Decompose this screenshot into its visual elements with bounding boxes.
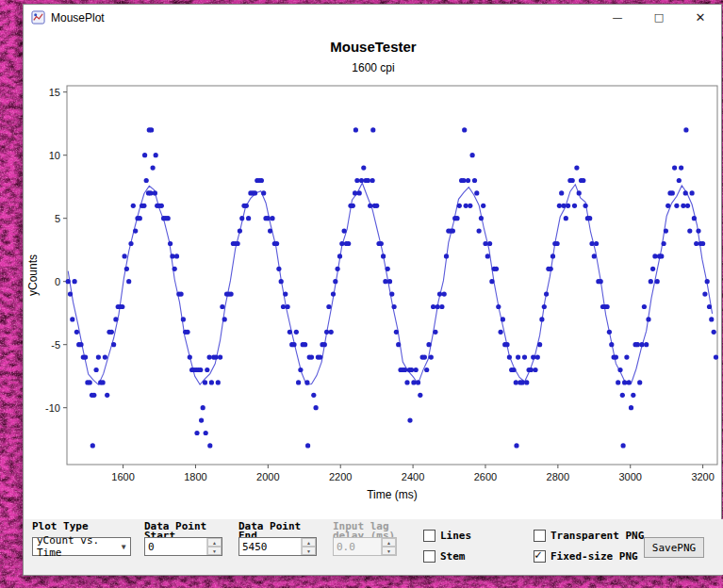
y-tick-label: 5 — [55, 213, 60, 224]
app-window: MousePlot — □ ✕ 160018002000220024002600… — [23, 4, 722, 576]
y-tick-label: 0 — [55, 276, 60, 287]
spin-up-button[interactable]: ▲ — [302, 538, 316, 547]
checkbox-stem[interactable]: ✓ Stem — [423, 550, 466, 563]
checkbox-lines[interactable]: ✓ Lines — [423, 530, 471, 542]
x-tick-label: 2200 — [329, 471, 352, 482]
spinner: ▲ ▼ — [206, 538, 222, 555]
y-tick-label: -5 — [51, 339, 60, 351]
minimize-button[interactable]: — — [597, 5, 638, 30]
checkbox-transparent-png[interactable]: ✓ Transparent PNG — [534, 530, 644, 542]
chevron-down-icon: ▼ — [117, 543, 130, 551]
spin-up-button: ▲ — [382, 538, 396, 547]
lines-checkbox-label: Lines — [440, 530, 471, 542]
plot-type-label: Plot Type — [32, 522, 89, 531]
input-lag-field — [334, 538, 381, 555]
data-point-start-field[interactable] — [145, 538, 206, 555]
stem-checkbox-label: Stem — [440, 550, 466, 563]
checkbox-fixed-size-png[interactable]: ✓ Fixed-size PNG — [534, 550, 638, 563]
close-button[interactable]: ✕ — [680, 5, 721, 30]
input-lag-stepper: ▲ ▼ — [333, 537, 397, 556]
transparent-png-checkbox-box[interactable]: ✓ — [534, 530, 546, 542]
control-panel: Plot Type yCount vs. Time ▼ Data Point S… — [24, 519, 723, 575]
spin-down-button[interactable]: ▼ — [207, 547, 222, 555]
chart-canvas: 160018002000220024002600280030003200-10-… — [24, 30, 723, 519]
plot-type-select[interactable]: yCount vs. Time ▼ — [32, 537, 131, 556]
maximize-button[interactable]: □ — [638, 5, 680, 30]
y-tick-label: 15 — [49, 87, 60, 98]
x-tick-label: 3200 — [691, 471, 714, 482]
transparent-png-checkbox-label: Transparent PNG — [550, 530, 644, 542]
x-tick-label: 2400 — [402, 471, 424, 482]
title-bar[interactable]: MousePlot — □ ✕ — [24, 5, 721, 30]
y-tick-label: 10 — [49, 150, 60, 161]
data-point-start-label: Data Point Start — [144, 522, 206, 537]
x-tick-label: 2000 — [256, 471, 279, 482]
spin-down-button: ▼ — [382, 547, 396, 555]
data-point-start-stepper[interactable]: ▲ ▼ — [144, 537, 222, 556]
y-axis-label: yCounts — [26, 254, 40, 296]
x-tick-label: 3000 — [619, 471, 642, 482]
y-tick-label: -10 — [45, 402, 60, 414]
x-tick-label: 1800 — [184, 471, 206, 482]
save-png-button[interactable]: SavePNG — [644, 537, 704, 558]
x-tick-label: 2800 — [547, 471, 569, 482]
plot-type-value: yCount vs. Time — [37, 534, 117, 559]
data-point-end-label: Data Point End — [238, 522, 301, 537]
client-area: 160018002000220024002600280030003200-10-… — [24, 30, 721, 575]
stem-checkbox-box[interactable]: ✓ — [423, 550, 435, 563]
data-point-end-field[interactable] — [239, 538, 301, 555]
x-tick-label: 2600 — [474, 471, 497, 482]
fixed-size-png-checkbox-label: Fixed-size PNG — [550, 550, 638, 563]
caption-buttons: — □ ✕ — [597, 5, 721, 30]
check-icon: ✓ — [534, 548, 542, 562]
window-title: MousePlot — [51, 11, 105, 24]
fixed-size-png-checkbox-box[interactable]: ✓ — [534, 550, 546, 563]
spinner: ▲ ▼ — [381, 538, 396, 555]
plot-border — [67, 86, 717, 465]
spinner: ▲ ▼ — [301, 538, 316, 555]
chart-title: MouseTester — [24, 39, 723, 55]
x-axis-label: Time (ms) — [367, 488, 418, 501]
app-icon — [31, 10, 45, 24]
chart-subtitle: 1600 cpi — [24, 61, 723, 74]
input-lag-label: Input lag delay (ms) — [333, 522, 395, 537]
spin-down-button[interactable]: ▼ — [302, 547, 316, 555]
data-point-end-stepper[interactable]: ▲ ▼ — [238, 537, 317, 556]
spin-up-button[interactable]: ▲ — [207, 538, 222, 547]
x-tick-label: 1600 — [111, 471, 134, 482]
lines-checkbox-box[interactable]: ✓ — [423, 530, 435, 542]
